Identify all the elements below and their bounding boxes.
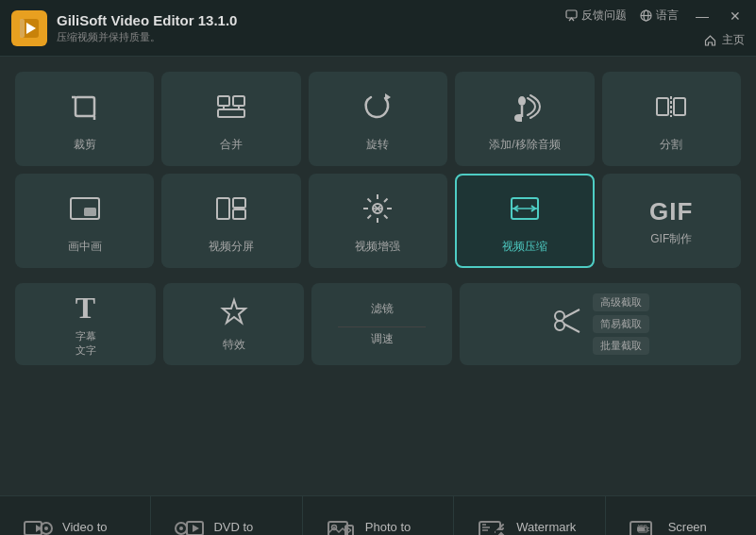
bottom-photo-to-movie[interactable]: Photo to Movie bbox=[303, 496, 454, 535]
video-dvd-icon bbox=[23, 515, 53, 535]
home-label: 主页 bbox=[722, 32, 745, 48]
svg-rect-7 bbox=[76, 97, 94, 116]
svg-rect-2 bbox=[20, 19, 25, 38]
tool-enhance[interactable]: 视频增强 bbox=[309, 174, 447, 268]
crop-label: 裁剪 bbox=[74, 137, 96, 153]
tool-compress[interactable]: 视频压缩 bbox=[455, 174, 594, 268]
app-title: GiliSoft Video Editor 13.1.0 bbox=[57, 12, 237, 28]
svg-rect-25 bbox=[233, 209, 245, 219]
photo-movie-line1: Photo to bbox=[365, 520, 411, 534]
svg-line-34 bbox=[368, 215, 372, 219]
feedback-label: 反馈问题 bbox=[581, 8, 627, 24]
app-subtitle: 压缩视频并保持质量。 bbox=[57, 30, 237, 44]
svg-line-44 bbox=[563, 324, 580, 332]
bottom-screen-recorder[interactable]: AEC AEC Screen Recorder bbox=[606, 496, 756, 535]
gif-icon: GIF bbox=[649, 199, 693, 224]
dvd-video-icon bbox=[174, 515, 204, 535]
svg-rect-22 bbox=[84, 208, 96, 216]
tool-effect[interactable]: 特效 bbox=[163, 283, 304, 365]
svg-line-43 bbox=[563, 309, 580, 318]
svg-rect-18 bbox=[657, 98, 668, 115]
svg-rect-24 bbox=[233, 198, 245, 208]
compress-icon bbox=[507, 191, 543, 231]
language-label: 语言 bbox=[656, 8, 679, 24]
effect-label: 特效 bbox=[223, 337, 245, 353]
video-dvd-line1: Video to bbox=[62, 520, 107, 534]
tool-merge[interactable]: 合并 bbox=[161, 72, 300, 166]
recorder-line1: Screen bbox=[668, 520, 718, 534]
app-logo bbox=[11, 10, 47, 46]
svg-rect-23 bbox=[217, 198, 229, 219]
svg-rect-19 bbox=[674, 98, 685, 115]
multiscreen-label: 视频分屏 bbox=[209, 239, 254, 255]
photo-movie-icon bbox=[326, 515, 356, 535]
tool-gif[interactable]: GIF GIF制作 bbox=[602, 174, 741, 268]
tool-multiscreen[interactable]: 视频分屏 bbox=[161, 174, 300, 268]
bottom-dvd-to-video[interactable]: DVD to Video bbox=[151, 496, 302, 535]
audio-icon bbox=[507, 89, 543, 129]
tool-grid: 裁剪 合并 旋转 bbox=[15, 72, 741, 276]
merge-label: 合并 bbox=[220, 137, 243, 153]
photo-movie-text: Photo to Movie bbox=[365, 520, 411, 536]
svg-point-16 bbox=[518, 96, 526, 106]
watermark-icon bbox=[477, 515, 507, 535]
compress-label: 视频压缩 bbox=[502, 239, 547, 255]
tool-crop[interactable]: 裁剪 bbox=[15, 72, 154, 166]
titlebar: GiliSoft Video Editor 13.1.0 压缩视频并保持质量。 … bbox=[0, 0, 756, 57]
svg-rect-10 bbox=[218, 96, 229, 106]
rotate-icon bbox=[360, 89, 395, 129]
svg-line-32 bbox=[384, 215, 388, 219]
title-text: GiliSoft Video Editor 13.1.0 压缩视频并保持质量。 bbox=[57, 12, 237, 44]
scissors-icon bbox=[551, 305, 583, 343]
merge-icon bbox=[213, 89, 249, 129]
tool-rotate[interactable]: 旋转 bbox=[309, 72, 447, 166]
cut-label-advanced: 高级截取 bbox=[593, 293, 649, 311]
effect-icon bbox=[219, 296, 249, 333]
svg-marker-40 bbox=[223, 300, 245, 323]
main-content: 裁剪 合并 旋转 bbox=[0, 57, 756, 495]
close-button[interactable]: ✕ bbox=[726, 8, 745, 24]
tool-audio[interactable]: 添加/移除音频 bbox=[455, 72, 594, 166]
language-button[interactable]: 语言 bbox=[640, 8, 679, 24]
svg-marker-15 bbox=[385, 93, 391, 101]
video-dvd-text: Video to DVD bbox=[62, 520, 107, 536]
titlebar-home[interactable]: 主页 bbox=[704, 32, 745, 48]
svg-text:AEC: AEC bbox=[640, 527, 650, 532]
svg-rect-3 bbox=[566, 10, 577, 18]
enhance-label: 视频增强 bbox=[355, 239, 400, 255]
svg-marker-52 bbox=[193, 525, 199, 532]
dvd-video-line1: DVD to bbox=[213, 520, 253, 534]
svg-line-33 bbox=[384, 199, 388, 203]
text-icon: T bbox=[76, 291, 95, 326]
tool-pip[interactable]: 画中画 bbox=[15, 174, 154, 268]
tool-cut[interactable]: 高级截取 简易截取 批量截取 bbox=[460, 283, 741, 365]
watermark-line1: Watermark bbox=[516, 520, 576, 534]
tool-filter[interactable]: 滤镜 调速 bbox=[311, 283, 452, 365]
minimize-button[interactable]: — bbox=[692, 8, 713, 24]
cut-label-simple: 简易截取 bbox=[593, 315, 649, 333]
tool-text[interactable]: T 字幕 文字 bbox=[15, 283, 156, 365]
bottombar: Video to DVD DVD to Video bbox=[0, 495, 756, 535]
text-bot-label: 文字 bbox=[76, 343, 96, 358]
bottom-watermark-remover[interactable]: Watermark Remover bbox=[454, 496, 605, 535]
cut-labels: 高级截取 简易截取 批量截取 bbox=[593, 293, 649, 355]
row3: T 字幕 文字 特效 滤镜 调速 bbox=[15, 283, 741, 365]
split-icon bbox=[653, 89, 689, 129]
watermark-text: Watermark Remover bbox=[516, 520, 576, 536]
text-top-label: 字幕 bbox=[76, 329, 96, 343]
cut-label-batch: 批量截取 bbox=[593, 337, 649, 355]
svg-point-42 bbox=[555, 321, 564, 330]
svg-point-48 bbox=[44, 527, 48, 530]
pip-icon bbox=[67, 191, 103, 231]
titlebar-right: 反馈问题 语言 — ✕ bbox=[565, 8, 745, 24]
feedback-button[interactable]: 反馈问题 bbox=[565, 8, 627, 24]
gif-label: GIF制作 bbox=[650, 231, 692, 247]
svg-point-41 bbox=[555, 311, 564, 321]
tool-split[interactable]: 分割 bbox=[602, 72, 741, 166]
speed-label: 调速 bbox=[371, 331, 394, 347]
bottom-video-to-dvd[interactable]: Video to DVD bbox=[0, 496, 151, 535]
recorder-icon: AEC AEC bbox=[629, 515, 659, 535]
audio-label: 添加/移除音频 bbox=[489, 137, 560, 153]
multiscreen-icon bbox=[213, 191, 249, 231]
svg-line-31 bbox=[368, 199, 372, 203]
